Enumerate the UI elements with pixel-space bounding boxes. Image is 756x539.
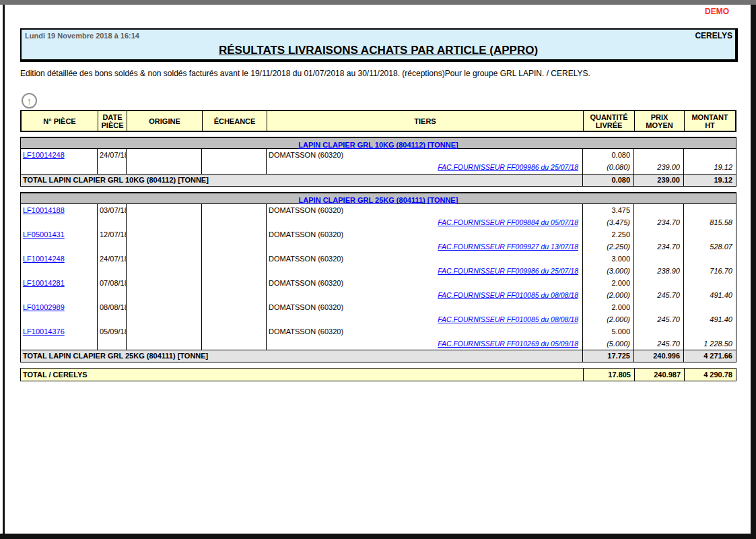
group-title-link[interactable]: LAPIN CLAPIER GRL 10KG (804112) [TONNE] [298,141,458,149]
tiers-name: DOMATSSON (60320) [267,325,582,338]
tiers-name: DOMATSSON (60320) [267,253,582,265]
piece-link[interactable]: LF10014188 [23,206,65,214]
group-total-label: TOTAL LAPIN CLAPIER GRL 10KG (804112) [T… [21,175,583,186]
amount-ht: 19.12 [684,161,736,173]
avg-price: 245.70 [634,289,683,301]
qty-delivered: 3.000 [583,253,633,265]
column-header-echeance: ÉCHEANCE [203,111,267,131]
origine-column [127,149,202,174]
tiers-name: DOMATSSON (60320) [267,149,582,161]
grand-total-row: TOTAL / CERELYS 17.805 240.987 4 290.78 [20,368,736,381]
window-frame-top [0,0,756,5]
invoice-link[interactable]: FAC.FOURNISSEUR FF009927 du 13/07/18 [438,243,578,251]
quantity-column: 3.475(3.475) 2.250(2.250) 3.000(3.000) 2… [583,204,634,350]
grand-total-amount: 4 290.78 [685,369,736,381]
amount-column: 815.58 528.07 716.70 491.40 491.40 1 228… [684,204,736,350]
date-column: 24/07/18 [98,149,127,174]
piece-date: 03/07/18 [98,204,126,216]
invoice-link[interactable]: FAC.FOURNISSEUR FF009986 du 25/07/18 [438,267,578,275]
piece-date: 12/07/18 [98,228,126,241]
group-body: LF10014188 LF05001431 LF10014248 LF10014… [21,204,736,350]
article-group-25kg: LAPIN CLAPIER GRL 25KG (804111) [TONNE] … [20,192,736,362]
group-total-price: 239.00 [634,175,684,186]
group-title-link[interactable]: LAPIN CLAPIER GRL 25KG (804111) [TONNE] [299,196,458,204]
column-header-prix: PRIX MOYEN [635,111,685,131]
report-header-box: Lundi 19 Novembre 2018 à 16:14 CERELYS R… [20,28,738,62]
scroll-top-icon[interactable]: ↑ [22,93,37,108]
invoice-link[interactable]: FAC.FOURNISSEUR FF009986 du 25/07/18 [438,163,578,171]
group-total-qty: 17.725 [583,350,634,362]
piece-date: 24/07/18 [98,253,126,265]
date-column: 03/07/18 12/07/18 24/07/18 07/08/18 08/0… [98,204,127,350]
price-column: 234.70 234.70 238.90 245.70 245.70 245.7… [634,204,684,350]
piece-column: LF10014188 LF05001431 LF10014248 LF10014… [21,204,98,350]
demo-badge: DEMO [705,7,729,16]
qty-delivered: 2.250 [583,228,633,241]
invoice-link[interactable]: FAC.FOURNISSEUR FF010085 du 08/08/18 [438,291,578,299]
report-page: DEMO Lundi 19 Novembre 2018 à 16:14 CERE… [5,5,751,534]
grand-total-qty: 17.805 [584,369,635,381]
avg-price: 239.00 [634,161,683,173]
invoice-link[interactable]: FAC.FOURNISSEUR FF010269 du 05/09/18 [438,340,578,348]
column-header-row: N° PIÈCE DATE PIÈCE ORIGINE ÉCHEANCE TIE… [20,110,736,132]
avg-price: 245.70 [634,313,683,325]
grand-total-price: 240.987 [635,369,685,381]
tiers-column: DOMATSSON (60320) FAC.FOURNISSEUR FF0099… [267,149,583,174]
piece-link[interactable]: LF10014376 [23,327,65,336]
company-name: CERELYS [695,31,732,40]
qty-invoiced: (3.475) [583,216,633,228]
grand-total-label: TOTAL / CERELYS [21,369,584,381]
column-header-piece: N° PIÈCE [22,111,98,131]
amount-ht: 815.58 [684,216,736,228]
column-header-quantite: QUANTITÉ LIVRÉE [584,111,635,131]
amount-ht: 491.40 [684,313,736,325]
piece-link[interactable]: LF01002989 [23,303,65,311]
amount-ht: 528.07 [684,241,736,253]
piece-link[interactable]: LF10014281 [23,279,65,287]
quantity-column: 0.080 (0.080) [583,149,634,174]
piece-link[interactable]: LF10014248 [23,151,65,159]
amount-ht: 716.70 [684,265,736,277]
piece-date: 08/08/18 [98,301,126,313]
qty-delivered: 5.000 [583,325,633,338]
window-frame-bottom [0,534,756,539]
qty-delivered: 2.000 [583,277,633,289]
avg-price: 234.70 [634,241,683,253]
report-datetime: Lundi 19 Novembre 2018 à 16:14 [25,32,139,40]
tiers-name: DOMATSSON (60320) [267,204,582,216]
group-total-row: TOTAL LAPIN CLAPIER GRL 10KG (804112) [T… [21,174,736,186]
group-total-qty: 0.080 [583,175,634,186]
qty-delivered: 2.000 [583,301,633,313]
qty-invoiced: (3.000) [583,265,633,277]
qty-delivered: 3.475 [583,204,633,216]
group-total-price: 240.996 [634,350,684,362]
avg-price: 238.90 [634,265,683,277]
piece-link[interactable]: LF05001431 [23,230,65,239]
piece-date: 05/09/18 [98,325,126,338]
tiers-name: DOMATSSON (60320) [267,301,582,313]
column-header-origine: ORIGINE [127,111,203,131]
qty-invoiced: (2.000) [583,313,633,325]
column-header-tiers: TIERS [267,111,584,131]
tiers-name: DOMATSSON (60320) [267,277,582,289]
article-group-10kg: LAPIN CLAPIER GRL 10KG (804112) [TONNE] … [20,137,736,187]
column-header-date: DATE PIÈCE [98,111,127,131]
group-total-label: TOTAL LAPIN CLAPIER GRL 25KG (804111) [T… [21,350,583,362]
tiers-name: DOMATSSON (60320) [267,228,582,241]
tiers-column: DOMATSSON (60320) FAC.FOURNISSEUR FF0098… [267,204,583,350]
report-title: RÉSULTATS LIVRAISONS ACHATS PAR ARTICLE … [22,44,735,57]
amount-ht: 491.40 [684,289,736,301]
report-description: Edition détaillée des bons soldés & non … [20,69,738,78]
piece-link[interactable]: LF10014248 [23,255,65,263]
qty-invoiced: (5.000) [583,338,633,350]
origine-column [127,204,202,350]
qty-invoiced: (2.000) [583,289,633,301]
results-table: N° PIÈCE DATE PIÈCE ORIGINE ÉCHEANCE TIE… [20,110,736,381]
group-body: LF10014248 24/07/18 DOMATSSON (60320) FA… [21,149,736,174]
piece-column: LF10014248 [21,149,98,174]
qty-delivered: 0.080 [583,149,633,161]
invoice-link[interactable]: FAC.FOURNISSEUR FF009884 du 05/07/18 [438,218,578,226]
window-frame-right [751,5,756,534]
invoice-link[interactable]: FAC.FOURNISSEUR FF010085 du 08/08/18 [438,315,578,323]
group-total-amount: 19.12 [684,175,736,186]
